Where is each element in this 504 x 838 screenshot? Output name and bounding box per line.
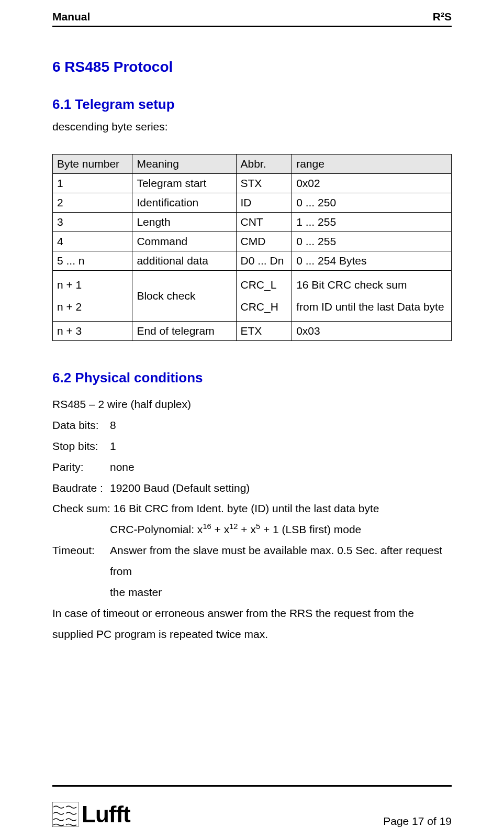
- section-heading-6-1: 6.1 Telegram setup: [52, 96, 452, 113]
- table-cell: Identification: [132, 193, 236, 213]
- section-heading-6: 6 RS485 Protocol: [52, 59, 452, 75]
- cell-line: n + 1: [57, 274, 128, 296]
- table-row: 2 Identification ID 0 ... 250: [53, 193, 452, 213]
- table-row: n + 1 n + 2 Block check CRC_L CRC_H 16 B…: [53, 271, 452, 322]
- physical-conditions-body: RS485 – 2 wire (half duplex) Data bits: …: [52, 394, 452, 645]
- table-row: 4 Command CMD 0 ... 255: [53, 232, 452, 251]
- table-cell: 0x02: [292, 174, 452, 193]
- cell-line: 16 Bit CRC check sum: [296, 274, 447, 296]
- value: Answer from the slave must be available …: [110, 540, 452, 582]
- table-cell: 16 Bit CRC check sum from ID until the l…: [292, 271, 452, 322]
- table-cell: Command: [132, 232, 236, 251]
- table-cell: Length: [132, 213, 236, 232]
- spec-parity: Parity: none: [52, 457, 452, 478]
- table-cell: 1: [53, 174, 132, 193]
- table-cell: 0 ... 255: [292, 232, 452, 251]
- table-cell: 0 ... 254 Bytes: [292, 251, 452, 271]
- table-cell: n + 1 n + 2: [53, 271, 132, 322]
- spec-stopbits: Stop bits: 1: [52, 436, 452, 457]
- table-row: n + 3 End of telegram ETX 0x03: [53, 322, 452, 341]
- cell-line: from ID until the last Data byte: [296, 296, 447, 318]
- label: Stop bits:: [52, 436, 110, 457]
- logo-icon: [52, 802, 79, 827]
- value: none: [110, 457, 135, 478]
- label: Timeout:: [52, 540, 110, 582]
- page-number: Page 17 of 19: [383, 815, 452, 828]
- table-row: 3 Length CNT 1 ... 255: [53, 213, 452, 232]
- telegram-table: Byte number Meaning Abbr. range 1 Telegr…: [52, 154, 452, 341]
- table-cell: STX: [236, 174, 292, 193]
- spec-databits: Data bits: 8: [52, 415, 452, 436]
- header-left: Manual: [52, 10, 90, 23]
- table-cell: 3: [53, 213, 132, 232]
- table-cell: ETX: [236, 322, 292, 341]
- table-header-cell: Byte number: [53, 155, 132, 174]
- label: Baudrate :: [52, 478, 110, 499]
- spec-timeout: Timeout: Answer from the slave must be a…: [52, 540, 452, 582]
- table-cell: 4: [53, 232, 132, 251]
- table-cell: Block check: [132, 271, 236, 322]
- table-cell: 1 ... 255: [292, 213, 452, 232]
- value: 1: [110, 436, 116, 457]
- crc-polynomial: CRC-Polynomial: x16 + x12 + x5 + 1 (LSB …: [52, 519, 452, 540]
- header-right: R²S: [433, 10, 452, 23]
- timeout-continuation: the master: [52, 582, 452, 603]
- table-cell: CMD: [236, 232, 292, 251]
- value: 19200 Baud (Default setting): [110, 478, 250, 499]
- table-cell: n + 3: [53, 322, 132, 341]
- page-footer: Lufft Page 17 of 19: [52, 785, 452, 828]
- footer-divider: [52, 785, 452, 787]
- table-row: 5 ... n additional data D0 ... Dn 0 ... …: [53, 251, 452, 271]
- table-cell: 0x03: [292, 322, 452, 341]
- table-cell: CNT: [236, 213, 292, 232]
- cell-line: CRC_H: [241, 296, 288, 318]
- table-cell: Telegram start: [132, 174, 236, 193]
- closing-text: In case of timeout or erroneous answer f…: [52, 603, 452, 645]
- section-heading-6-2: 6.2 Physical conditions: [52, 370, 452, 386]
- table-cell: ID: [236, 193, 292, 213]
- label: Data bits:: [52, 415, 110, 436]
- table-header-cell: Abbr.: [236, 155, 292, 174]
- spec-baudrate: Baudrate : 19200 Baud (Default setting): [52, 478, 452, 499]
- table-header-cell: range: [292, 155, 452, 174]
- table-row: 1 Telegram start STX 0x02: [53, 174, 452, 193]
- table-cell: 5 ... n: [53, 251, 132, 271]
- intro-text: descending byte series:: [52, 120, 452, 133]
- table-header-cell: Meaning: [132, 155, 236, 174]
- table-cell: 2: [53, 193, 132, 213]
- spec-checksum: Check sum: 16 Bit CRC from Ident. byte (…: [52, 498, 452, 519]
- lufft-logo: Lufft: [52, 801, 130, 828]
- logo-text: Lufft: [82, 801, 130, 828]
- page-header: Manual R²S: [52, 10, 452, 26]
- value: 8: [110, 415, 116, 436]
- table-cell: D0 ... Dn: [236, 251, 292, 271]
- cell-line: CRC_L: [241, 274, 288, 296]
- table-header-row: Byte number Meaning Abbr. range: [53, 155, 452, 174]
- header-divider: [52, 26, 452, 27]
- line-rs485: RS485 – 2 wire (half duplex): [52, 394, 452, 415]
- cell-line: n + 2: [57, 296, 128, 318]
- table-cell: CRC_L CRC_H: [236, 271, 292, 322]
- table-cell: End of telegram: [132, 322, 236, 341]
- table-cell: 0 ... 250: [292, 193, 452, 213]
- table-cell: additional data: [132, 251, 236, 271]
- label: Parity:: [52, 457, 110, 478]
